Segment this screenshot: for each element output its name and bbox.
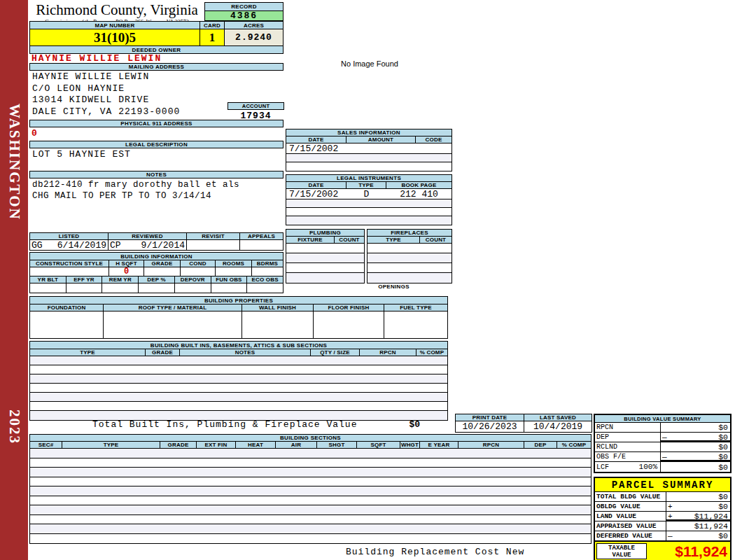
notes-line: CHG MAIL TO PER TP TO TO 3/14/14 <box>32 190 284 202</box>
deeded-owner-value: HAYNIE WILLIE LEWIN <box>29 53 284 64</box>
instr-bookpage-value: 212 410 <box>386 189 451 200</box>
built-ins-row <box>30 356 447 365</box>
bvs-lcf-pct: 100% <box>639 463 657 471</box>
instr-type-value: D <box>346 189 386 200</box>
depovr-value <box>175 284 211 293</box>
construction-style-value <box>30 267 109 276</box>
parcel-obldg-op: + <box>666 503 678 511</box>
bvs-dep-op: — <box>661 433 672 442</box>
bvs-row-rpcn: RPCN $0 <box>595 423 730 433</box>
foundation-label: FOUNDATION <box>30 304 104 311</box>
parcel-summary: PARCEL SUMMARY TOTAL BLDG VALUE $0 OBLDG… <box>594 477 732 560</box>
bs-air-label: AIR <box>276 442 317 448</box>
building-sections-row <box>30 458 591 468</box>
building-sections-row <box>30 524 591 534</box>
bs-whgt-label: WHGT <box>400 442 420 448</box>
instr-bookpage-label: BOOK PAGE <box>386 182 451 188</box>
bs-eyear-label: E YEAR <box>420 442 458 448</box>
acres-value: 2.9240 <box>225 29 283 46</box>
building-properties-values <box>29 311 448 339</box>
card-value: 1 <box>200 29 225 46</box>
building-sections-rows <box>29 448 592 544</box>
plumbing-row <box>286 273 364 283</box>
funobs-label: FUN OBS <box>211 276 248 283</box>
bs-type-label: TYPE <box>62 442 160 448</box>
cond-label: COND <box>181 260 216 267</box>
bvs-lcf-value: $0 <box>672 463 730 472</box>
bs-comp-label: % COMP <box>557 442 591 448</box>
bvs-dep-label: DEP <box>596 433 609 441</box>
bvs-obs-op: — <box>661 453 672 461</box>
building-sections-row <box>30 486 591 496</box>
listed-by: GG <box>31 240 43 251</box>
parcel-row-deferred: DEFERRED VALUE —$0 <box>595 531 730 541</box>
building-sections-row <box>30 515 591 525</box>
sales-code-label: CODE <box>416 136 451 143</box>
plumbing-count-label: COUNT <box>335 237 364 243</box>
reviewed-value: CP 9/1/2014 <box>108 240 187 250</box>
sales-rows: 7/15/2002 <box>286 143 452 172</box>
building-sections-row <box>30 468 591 477</box>
bvs-rclnd-value: $0 <box>672 442 730 451</box>
sales-row <box>286 154 451 162</box>
depovr-label: DEPOVR <box>175 276 211 283</box>
fuel-type-label: FUEL TYPE <box>384 304 447 311</box>
map-number-value: 31(10)5 <box>30 29 200 46</box>
visits-value-row: GG 6/14/2019 CP 9/1/2014 <box>29 239 284 251</box>
roof-label: ROOF TYPE / MATERIAL <box>104 304 242 311</box>
bs-shgt-label: SHGT <box>317 442 357 448</box>
built-ins-row <box>30 374 447 384</box>
fireplace-count-label: COUNT <box>420 237 451 243</box>
grade-label: GRADE <box>144 260 181 267</box>
fireplace-type-label: TYPE <box>368 237 420 243</box>
built-ins-rows <box>29 356 448 421</box>
bdrms-value <box>252 267 283 276</box>
grade-value <box>144 267 181 276</box>
openings-row: OPENINGS <box>367 281 452 291</box>
sales-amount-label: AMOUNT <box>346 136 416 143</box>
building-value-summary-title: BUILDING VALUE SUMMARY <box>595 415 730 423</box>
wall-finish-label: WALL FINISH <box>242 304 314 311</box>
building-info-values2 <box>29 283 284 293</box>
parcel-land-label: LAND VALUE <box>595 512 666 521</box>
parcel-total-bldg-label: TOTAL BLDG VALUE <box>595 492 666 501</box>
parcel-land-value: $11,924 <box>678 512 730 521</box>
bs-sqft-label: SQFT <box>357 442 400 448</box>
reviewed-label: REVIEWED <box>108 233 187 239</box>
plumbing-row <box>286 253 364 263</box>
fuel-type-value <box>384 312 447 338</box>
instr-date-label: DATE <box>286 182 346 188</box>
revisit-value <box>187 240 240 250</box>
ecoobs-value <box>247 284 283 293</box>
openings-value <box>421 281 452 291</box>
reviewed-by: CP <box>110 240 121 251</box>
bvs-dep-value: $0 <box>672 433 730 442</box>
fireplaces-row <box>368 253 451 263</box>
bi-comp-label: % COMP <box>416 349 447 356</box>
print-date-label: PRINT DATE <box>456 414 524 421</box>
taxable-value-label: TAXABLE VALUE <box>596 543 647 559</box>
dep-pct-value <box>139 284 175 293</box>
parcel-row-appraised: APPRAISED VALUE $11,924 <box>595 522 730 531</box>
plumbing-rows <box>286 243 365 284</box>
mailing-line: HAYNIE WILLIE LEWIN <box>32 71 284 83</box>
appeals-value <box>240 240 283 250</box>
rooms-value <box>216 267 252 276</box>
built-ins-row <box>30 384 447 393</box>
bvs-row-rclnd: RCLND $0 <box>595 442 730 452</box>
building-info-values1: 0 <box>29 267 284 276</box>
yrblt-label: YR BLT <box>30 276 66 283</box>
building-sections-row <box>30 534 591 544</box>
card-label: CARD <box>200 22 225 29</box>
parcel-deferred-label: DEFERRED VALUE <box>595 531 666 540</box>
plumbing-row <box>286 244 364 253</box>
remyr-value <box>102 284 139 293</box>
bi-rpcn-label: RPCN <box>360 349 416 356</box>
last-saved-label: LAST SAVED <box>524 414 592 421</box>
parcel-row-total-bldg: TOTAL BLDG VALUE $0 <box>595 492 730 502</box>
parcel-appraised-label: APPRAISED VALUE <box>595 522 666 531</box>
funobs-value <box>211 284 248 293</box>
acres-label: ACRES <box>225 22 283 29</box>
parcel-obldg-label: OBLDG VALUE <box>595 502 666 511</box>
sales-row <box>286 162 451 171</box>
